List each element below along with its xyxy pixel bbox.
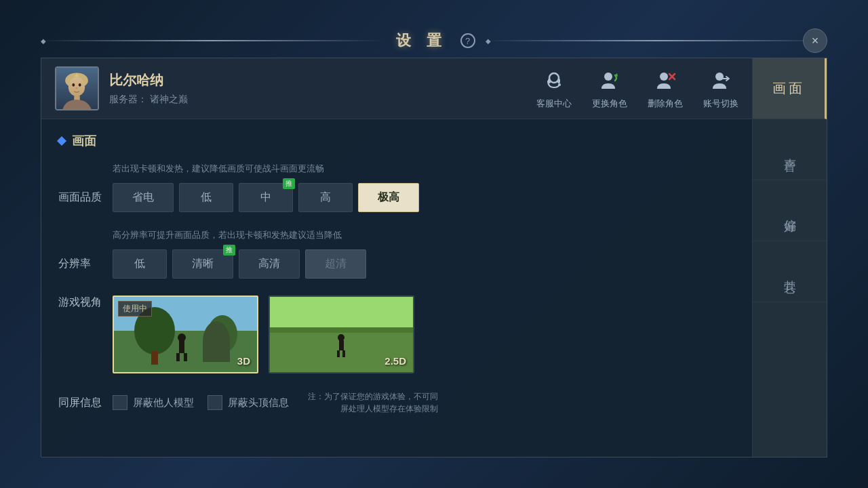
title-bar-left-line — [41, 40, 382, 41]
resolution-hint: 高分辨率可提升画面品质，若出现卡顿和发热建议适当降低 — [113, 229, 735, 241]
hide-models-checkbox[interactable]: 屏蔽他人模型 — [113, 395, 194, 410]
tab-graphics[interactable]: 画面 — [753, 58, 827, 119]
checkbox-row: 屏蔽他人模型 屏蔽头顶信息 注：为了保证您的游戏体验，不可同屏处理人模型存在体验… — [113, 390, 438, 415]
server-label: 服务器： — [109, 94, 147, 104]
change-role-label: 更换角色 — [592, 98, 627, 110]
view-options: 使用中 3D — [113, 296, 414, 373]
settings-modal: 设 置 ? × — [41, 24, 827, 464]
same-screen-label: 同屏信息 — [58, 396, 113, 410]
switch-account-button[interactable]: 账号切换 — [703, 68, 738, 110]
tab-sound[interactable]: 声音 — [753, 119, 827, 180]
svg-rect-29 — [270, 327, 414, 333]
resolution-row: 高分辨率可提升画面品质，若出现卡顿和发热建议适当降低 分辨率 低 清晰 推 高清… — [58, 229, 735, 279]
in-use-badge: 使用中 — [118, 301, 152, 317]
svg-rect-33 — [342, 350, 345, 357]
svg-point-21 — [208, 315, 237, 353]
resolution-options: 低 清晰 推 高清 超清 — [113, 249, 366, 279]
hide-models-label: 屏蔽他人模型 — [133, 396, 194, 409]
resolution-content: 分辨率 低 清晰 推 高清 超清 — [58, 249, 735, 279]
view-3d-label: 3D — [237, 355, 250, 367]
modal-title: 设 置 — [382, 30, 460, 51]
res-clear-badge: 推 — [223, 245, 235, 256]
svg-rect-27 — [270, 297, 414, 327]
svg-point-11 — [558, 83, 561, 86]
profile-header: 比尔哈纳 服务器： 诸神之巅 — [41, 58, 752, 119]
res-low-button[interactable]: 低 — [113, 249, 167, 279]
quality-power-save-button[interactable]: 省电 — [113, 183, 174, 212]
res-ultra-button[interactable]: 超清 — [305, 249, 366, 279]
svg-rect-22 — [219, 350, 224, 361]
graphics-quality-hint: 若出现卡顿和发热，建议降低画质可使战斗画面更流畅 — [113, 163, 735, 175]
avatar — [55, 66, 99, 110]
view-2d5-card[interactable]: 2.5D — [269, 296, 414, 373]
avatar-image — [56, 68, 98, 109]
section-title: 画面 — [58, 133, 735, 149]
resolution-label: 分辨率 — [58, 257, 113, 271]
game-view-content: 游戏视角 — [58, 296, 735, 373]
hide-models-box[interactable] — [113, 395, 127, 410]
quality-ultra-button[interactable]: 极高 — [358, 183, 419, 212]
svg-point-12 — [604, 73, 612, 81]
res-clear-button[interactable]: 清晰 推 — [172, 249, 233, 279]
svg-point-4 — [79, 83, 81, 87]
close-button[interactable]: × — [803, 28, 827, 53]
quality-low-button[interactable]: 低 — [179, 183, 233, 212]
game-view-row: 游戏视角 — [58, 296, 735, 373]
character-name: 比尔哈纳 — [109, 71, 536, 89]
delete-role-icon — [652, 68, 678, 94]
help-button[interactable]: ? — [460, 33, 475, 48]
profile-info: 比尔哈纳 服务器： 诸神之巅 — [109, 71, 536, 106]
svg-point-30 — [338, 334, 344, 341]
title-bar: 设 置 ? × — [41, 24, 827, 58]
main-body: 比尔哈纳 服务器： 诸神之巅 — [41, 58, 827, 458]
svg-rect-24 — [179, 341, 184, 353]
diamond-icon — [57, 136, 66, 146]
content-area: 比尔哈纳 服务器： 诸神之巅 — [41, 58, 752, 457]
right-sidebar: 画面 声音 偏好 其它 — [752, 58, 827, 457]
svg-point-3 — [72, 83, 75, 87]
hide-info-checkbox[interactable]: 屏蔽头顶信息 — [208, 395, 289, 410]
quality-medium-button[interactable]: 中 推 — [239, 183, 293, 212]
tab-other[interactable]: 其它 — [753, 241, 827, 302]
svg-rect-10 — [557, 79, 560, 83]
svg-point-5 — [76, 87, 78, 89]
title-bar-right-line — [486, 40, 827, 41]
switch-account-label: 账号切换 — [703, 98, 738, 110]
svg-point-8 — [549, 73, 559, 83]
headset-icon — [541, 68, 567, 94]
svg-point-13 — [660, 73, 668, 81]
graphics-quality-row: 若出现卡顿和发热，建议降低画质可使战斗画面更流畅 画面品质 省电 低 中 推 高… — [58, 163, 735, 212]
view-2d5-label: 2.5D — [384, 355, 406, 367]
graphics-quality-content: 画面品质 省电 低 中 推 高 极高 — [58, 183, 735, 212]
res-hd-button[interactable]: 高清 — [239, 249, 300, 279]
change-role-button[interactable]: 更换角色 — [592, 68, 627, 110]
hide-info-box[interactable] — [208, 395, 222, 410]
graphics-quality-options: 省电 低 中 推 高 极高 — [113, 183, 419, 212]
quality-medium-badge: 推 — [283, 178, 295, 189]
svg-rect-20 — [151, 351, 158, 365]
game-view-label: 游戏视角 — [58, 296, 113, 310]
header-actions: 客服中心 更换角色 — [536, 68, 738, 110]
svg-point-16 — [715, 73, 724, 81]
hide-info-label: 屏蔽头顶信息 — [228, 396, 289, 409]
change-role-icon — [597, 68, 623, 94]
view-3d-card[interactable]: 使用中 3D — [113, 296, 258, 373]
same-screen-content: 同屏信息 屏蔽他人模型 屏蔽头顶信息 注：为了保证您的游戏体验，不可同屏处理人模… — [58, 390, 735, 415]
svg-point-23 — [178, 333, 186, 342]
switch-account-icon — [708, 68, 734, 94]
svg-rect-26 — [184, 353, 187, 361]
svg-point-2 — [68, 77, 85, 96]
content-panel: 画面 若出现卡顿和发热，建议降低画质可使战斗画面更流畅 画面品质 省电 低 中 … — [41, 119, 752, 457]
customer-service-label: 客服中心 — [536, 98, 572, 110]
delete-role-button[interactable]: 删除角色 — [648, 68, 683, 110]
same-screen-note: 注：为了保证您的游戏体验，不可同屏处理人模型存在体验限制 — [302, 390, 438, 415]
tab-preference[interactable]: 偏好 — [753, 180, 827, 241]
quality-high-button[interactable]: 高 — [298, 183, 353, 212]
server-info: 服务器： 诸神之巅 — [109, 94, 536, 106]
svg-rect-32 — [337, 350, 340, 357]
graphics-quality-label: 画面品质 — [58, 190, 113, 205]
customer-service-button[interactable]: 客服中心 — [536, 68, 572, 110]
section-label: 画面 — [72, 133, 96, 149]
svg-rect-31 — [339, 340, 344, 350]
delete-role-label: 删除角色 — [648, 98, 683, 110]
